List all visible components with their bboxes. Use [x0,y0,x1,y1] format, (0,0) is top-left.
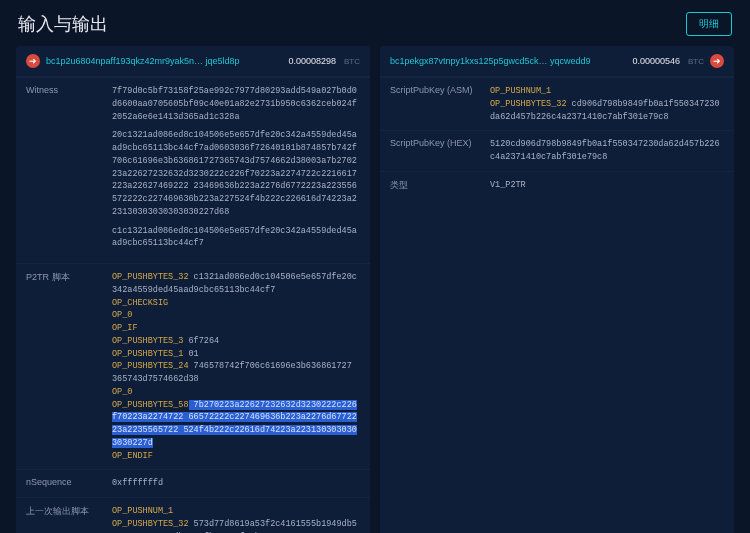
input-amount-unit: BTC [344,57,360,66]
witness-label: Witness [26,85,104,256]
output-arrow-icon: ➜ [710,54,724,68]
nsequence-label: nSequence [26,477,104,490]
output-address-link[interactable]: bc1pekgx87vtnpy1kxs125p5gwcd5ck… yqcwedd… [390,56,626,66]
output-type-value: V1_P2TR [490,179,724,192]
prev-script-value: OP_PUSHNUM_1 OP_PUSHBYTES_32 573d77d8619… [112,505,360,533]
input-address-link[interactable]: bc1p2u6804npaff193qkz42mr9yak5n… jqe5ld8… [46,56,282,66]
nsequence-value: 0xfffffffd [112,477,360,490]
p2tr-label: P2TR 脚本 [26,271,104,462]
spk-asm-value: OP_PUSHNUM_1 OP_PUSHBYTES_32 cd906d798b9… [490,85,724,123]
p2tr-script: OP_PUSHBYTES_32 c1321ad086ed0c104506e5e6… [112,271,360,462]
input-amount: 0.00008298 [288,56,336,66]
page-title: 输入与输出 [18,12,108,36]
output-amount-unit: BTC [688,57,704,66]
detail-button[interactable]: 明细 [686,12,732,36]
output-panel: bc1pekgx87vtnpy1kxs125p5gwcd5ck… yqcwedd… [380,46,734,533]
input-arrow-icon: ➜ [26,54,40,68]
spk-hex-value: 5120cd906d798b9849fb0a1f550347230da62d45… [490,138,724,164]
output-amount: 0.00000546 [632,56,680,66]
prev-script-label: 上一次输出脚本 [26,505,104,533]
spk-hex-label: ScriptPubKey (HEX) [390,138,482,164]
witness-value: 7f79d0c5bf73158f25ae992c7977d80293add549… [112,85,360,256]
spk-asm-label: ScriptPubKey (ASM) [390,85,482,123]
input-panel: ➜ bc1p2u6804npaff193qkz42mr9yak5n… jqe5l… [16,46,370,533]
output-type-label: 类型 [390,179,482,192]
